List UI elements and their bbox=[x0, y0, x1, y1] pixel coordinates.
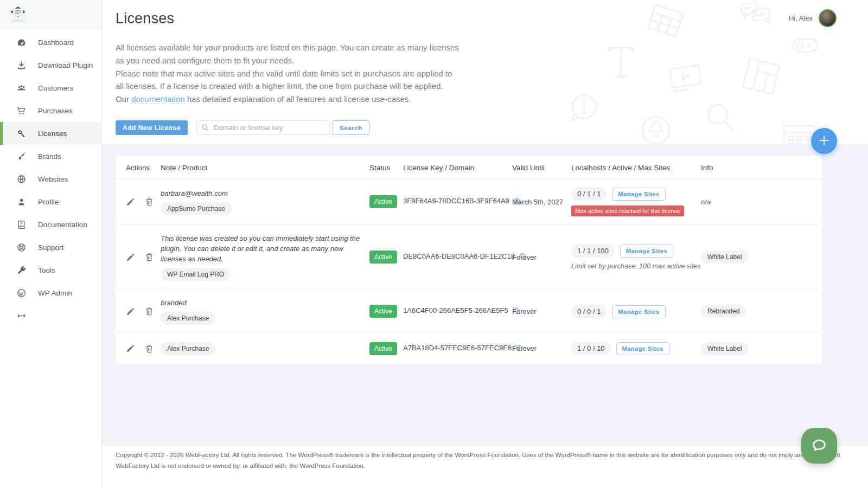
sidebar-item-documentation[interactable]: Documentation bbox=[0, 213, 101, 236]
sidebar-item-label: Licenses bbox=[38, 130, 67, 138]
sidebar-item-label: Purchases bbox=[38, 107, 73, 115]
purchase-limit-note: Limit set by purchase: 100 max active si… bbox=[571, 262, 698, 270]
user-avatar[interactable] bbox=[819, 9, 837, 27]
description-doc-suffix: has detailed explanation of all features… bbox=[185, 94, 411, 104]
copyright-line-2: WebFactory Ltd is not endorsed or owned … bbox=[116, 463, 365, 469]
add-license-fab[interactable] bbox=[811, 128, 837, 154]
table-row: branded Alex Purchase Active 1A6C4F00-26… bbox=[116, 290, 822, 333]
license-note: barbara@wealth.com bbox=[161, 188, 366, 198]
status-badge: Active bbox=[369, 251, 397, 264]
decor-alert-bubble-icon bbox=[569, 93, 600, 124]
sidebar-item-label: Download Plugin bbox=[38, 61, 93, 69]
status-badge: Active bbox=[369, 305, 397, 318]
manage-sites-button[interactable]: Manage Sites bbox=[612, 305, 665, 318]
sites-counter: 0 / 0 / 1 bbox=[571, 305, 607, 318]
main-content: Hi, Alex Licenses All licenses available… bbox=[102, 0, 868, 488]
licenses-table-card: Actions Note / Product Status License Ke… bbox=[116, 156, 822, 363]
sidebar-item-tools[interactable]: Tools bbox=[0, 259, 101, 281]
decor-notification-icon bbox=[641, 115, 671, 145]
table-row: This license was created so you can imme… bbox=[116, 225, 822, 290]
delete-license-button[interactable] bbox=[144, 197, 154, 207]
edit-license-button[interactable] bbox=[126, 307, 135, 316]
info-value: White Label bbox=[701, 251, 748, 264]
sidebar-item-profile[interactable]: Profile bbox=[0, 190, 101, 213]
sites-counter: 1 / 1 / 100 bbox=[571, 244, 615, 258]
info-value: White Label bbox=[701, 342, 748, 355]
col-header-note-product: Note / Product bbox=[161, 156, 369, 179]
cart-icon bbox=[16, 105, 27, 116]
edit-license-button[interactable] bbox=[126, 253, 135, 262]
collapse-arrows-icon bbox=[16, 310, 27, 321]
customers-icon bbox=[16, 82, 27, 93]
manage-sites-button[interactable]: Manage Sites bbox=[620, 245, 673, 258]
decor-magnifier-icon bbox=[704, 101, 737, 133]
license-note: This license was created so you can imme… bbox=[161, 233, 366, 264]
description-doc-prefix: Our bbox=[116, 94, 131, 104]
sidebar-nav: Dashboard Download Plugin Customers Purc… bbox=[0, 29, 101, 327]
info-value: n/a bbox=[701, 198, 711, 206]
sidebar-item-licenses[interactable]: Licenses bbox=[0, 122, 101, 145]
toolbar: Add New License Search bbox=[116, 120, 369, 135]
key-icon bbox=[16, 128, 27, 139]
valid-until: Forever bbox=[512, 253, 537, 261]
add-new-license-button[interactable]: Add New License bbox=[116, 120, 188, 135]
live-chat-button[interactable] bbox=[801, 428, 837, 464]
valid-until: Forever bbox=[512, 344, 537, 352]
sidebar-item-purchases[interactable]: Purchases bbox=[0, 99, 101, 122]
sidebar-item-customers[interactable]: Customers bbox=[0, 76, 101, 99]
sidebar-item-wp-admin[interactable]: WP Admin bbox=[0, 281, 101, 304]
plus-icon bbox=[818, 134, 831, 149]
page-title: Licenses bbox=[116, 10, 174, 27]
sidebar-item-dashboard[interactable]: Dashboard bbox=[0, 31, 101, 54]
search-button[interactable]: Search bbox=[333, 120, 369, 135]
search-input[interactable] bbox=[196, 120, 330, 135]
delete-license-button[interactable] bbox=[144, 344, 154, 354]
license-key: 3F9F64A9-78DCC16B-3F9F64A9 bbox=[403, 197, 509, 205]
sidebar-collapse-toggle[interactable] bbox=[0, 304, 101, 327]
licenses-table: Actions Note / Product Status License Ke… bbox=[116, 156, 822, 363]
status-badge: Active bbox=[369, 342, 397, 355]
status-badge: Active bbox=[369, 195, 397, 208]
sidebar-item-label: Customers bbox=[38, 84, 73, 92]
sidebar-item-download-plugin[interactable]: Download Plugin bbox=[0, 54, 101, 76]
topbar: Hi, Alex bbox=[789, 9, 837, 27]
description-intro: All licenses available for your products… bbox=[116, 43, 459, 65]
manage-sites-button[interactable]: Manage Sites bbox=[612, 188, 665, 201]
dashboard-icon bbox=[16, 37, 27, 48]
person-icon bbox=[16, 196, 27, 207]
col-header-actions: Actions bbox=[116, 156, 161, 179]
decor-layout-icon bbox=[742, 57, 781, 96]
delete-license-button[interactable] bbox=[144, 306, 154, 316]
product-tag: WP Email Log PRO bbox=[161, 268, 231, 281]
wrench-icon bbox=[16, 265, 27, 275]
edit-license-button[interactable] bbox=[126, 344, 135, 353]
search-icon bbox=[201, 124, 209, 134]
decor-video-icon bbox=[668, 64, 703, 93]
license-note: branded bbox=[161, 298, 366, 308]
sidebar-item-brands[interactable]: Brands bbox=[0, 145, 101, 168]
license-key: DE8C0AA6-DE8C0AA6-DF1E2C18 bbox=[403, 252, 515, 260]
decor-grid-icon bbox=[647, 3, 685, 38]
documentation-link[interactable]: documentation bbox=[131, 94, 184, 104]
brush-icon bbox=[16, 151, 27, 162]
decor-toggle-icon bbox=[792, 38, 818, 53]
col-header-valid-until: Valid Until bbox=[512, 156, 571, 179]
product-tag: Alex Purchase bbox=[161, 342, 215, 355]
decor-text-tool-icon bbox=[605, 44, 637, 80]
valid-until: March 5th, 2027 bbox=[512, 198, 563, 206]
sidebar-item-label: Websites bbox=[38, 175, 68, 183]
table-header-row: Actions Note / Product Status License Ke… bbox=[116, 156, 822, 179]
license-key: 1A6C4F00-266AE5F5-266AE5F5 bbox=[403, 306, 508, 314]
sites-counter: 1 / 0 / 10 bbox=[571, 342, 611, 355]
copyright-line-1: Copyright © 2012 - 2026 WebFactory Ltd. … bbox=[116, 452, 840, 458]
delete-license-button[interactable] bbox=[144, 252, 154, 262]
valid-until: Forever bbox=[512, 307, 537, 316]
sidebar-item-websites[interactable]: Websites bbox=[0, 168, 101, 190]
col-header-info: Info bbox=[701, 156, 822, 179]
sidebar-item-support[interactable]: Support bbox=[0, 236, 101, 259]
edit-license-button[interactable] bbox=[126, 197, 135, 207]
manage-sites-button[interactable]: Manage Sites bbox=[616, 342, 669, 355]
sidebar-item-label: Support bbox=[38, 243, 63, 252]
page-description: All licenses available for your products… bbox=[116, 41, 460, 106]
user-greeting: Hi, Alex bbox=[789, 14, 813, 22]
